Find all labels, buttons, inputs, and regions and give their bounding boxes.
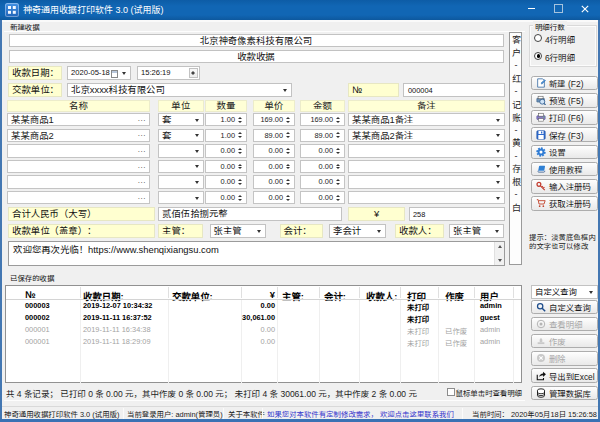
saved-receipts-table[interactable]: № 收款日期: 交款单位: ¥ 主管: 会计: 收款人: 打印 作废 用户 00… [5, 285, 522, 383]
saved-row[interactable]: 000001 2019-11-11 16:34:38 0.00 未打印 已作废 … [6, 325, 521, 336]
item-amount-spin-buttons[interactable] [336, 115, 342, 124]
item-unit-dropdown-arrow-icon[interactable] [195, 150, 199, 153]
sidebar-button-2[interactable]: 打印 (F6) [531, 110, 598, 125]
sidebar-button-1[interactable]: 预览 (F5) [531, 93, 598, 108]
item-unit-dropdown-arrow-icon[interactable] [195, 181, 199, 184]
stamp-label[interactable]: 收款单位（盖章）： [8, 224, 155, 238]
company-input[interactable]: 北京神奇像素科技有限公司 [9, 34, 504, 48]
item-note-combobox[interactable] [348, 191, 505, 204]
item-unit-combobox[interactable] [158, 175, 204, 188]
item-price-spin-buttons[interactable] [286, 115, 292, 124]
saved-header-col-print[interactable]: 打印 [407, 289, 426, 299]
accountant-combobox[interactable]: 李会计 [329, 224, 386, 238]
item-note-dropdown-arrow-icon[interactable] [496, 134, 500, 137]
sidebar-button-0[interactable]: 新建 (F2) [531, 76, 598, 91]
item-price-spinner[interactable]: 89.00 [253, 129, 295, 142]
saved-row[interactable]: 000001 2019-11-11 18:29:09 0.00 未打印 已作废 … [6, 337, 521, 348]
item-unit-combobox[interactable]: 套 [158, 113, 204, 126]
item-price-spinner[interactable]: 169.00 [253, 113, 295, 126]
item-name-input[interactable]: ... [7, 191, 150, 204]
payer-combobox[interactable]: 北京xxxx科技有限公司 [67, 83, 292, 97]
minimize-button[interactable] [518, 0, 544, 20]
item-unit-combobox[interactable] [158, 144, 204, 157]
view-detail-checkbox[interactable] [447, 388, 455, 396]
saved-header-col-date[interactable]: 收款日期: [83, 289, 124, 299]
payee-combobox[interactable]: 张主管 [449, 224, 504, 238]
item-qty-spinner[interactable]: 0.00 [205, 175, 247, 188]
item-unit-combobox[interactable] [158, 160, 204, 173]
item-name-input[interactable]: ... [7, 160, 150, 173]
receipt-no-input[interactable]: 000004 [403, 83, 505, 97]
radio-6-rows[interactable] [534, 52, 542, 60]
item-amount-spin-buttons[interactable] [336, 177, 342, 186]
total-amount-input[interactable]: 258 [409, 207, 505, 221]
query-dropdown-arrow-icon[interactable] [589, 291, 593, 294]
date-dropdown-arrow-icon[interactable] [122, 72, 126, 75]
close-button[interactable] [570, 0, 598, 20]
item-note-combobox[interactable] [348, 160, 505, 173]
receipt-no-label[interactable]: № [348, 83, 399, 97]
item-name-browse-button[interactable]: ... [138, 160, 146, 171]
item-note-combobox[interactable] [348, 144, 505, 157]
item-amount-spinner[interactable]: 0.00 [300, 191, 345, 204]
saved-header-col-payer[interactable]: 交款单位: [172, 289, 213, 299]
item-qty-spinner[interactable]: 0.00 [205, 160, 247, 173]
saved-header-col-accountant[interactable]: 会计: [324, 289, 346, 299]
sidebar-button-4[interactable]: 设置 [531, 145, 598, 160]
query-type-combobox[interactable]: 自定义查询 [531, 285, 598, 299]
manager-label[interactable]: 主管： [158, 224, 203, 238]
item-price-spinner[interactable]: 0.00 [253, 160, 295, 173]
date-picker[interactable]: 2020-05-18 [67, 66, 131, 80]
item-name-browse-button[interactable]: ... [138, 191, 146, 202]
accountant-label[interactable]: 会计： [280, 224, 324, 238]
item-unit-dropdown-arrow-icon[interactable] [195, 165, 199, 168]
manager-combobox[interactable]: 张主管 [210, 224, 266, 238]
item-note-dropdown-arrow-icon[interactable] [496, 165, 500, 168]
item-amount-spinner[interactable]: 0.00 [300, 175, 345, 188]
saved-header-col-user[interactable]: 用户 [480, 289, 499, 299]
item-qty-spinner[interactable]: 1.00 [205, 113, 247, 126]
item-note-dropdown-arrow-icon[interactable] [496, 197, 500, 200]
saved-row[interactable]: 000002 2019-11-11 16:37:52 30,061.00 未打印… [6, 313, 521, 324]
item-unit-combobox[interactable]: 套 [158, 129, 204, 142]
total-words-input[interactable]: 贰佰伍拾捌元整 [158, 207, 342, 221]
item-note-combobox[interactable] [348, 175, 505, 188]
item-note-dropdown-arrow-icon[interactable] [496, 181, 500, 184]
item-price-spin-buttons[interactable] [286, 193, 292, 202]
radio-4-rows[interactable] [534, 34, 542, 42]
view-detail-checkbox-label[interactable]: 鼠标单击时查看明细 [456, 387, 523, 398]
doc-title-input[interactable]: 收款收据 [9, 50, 504, 63]
status-about-link[interactable]: 关于本软件 [228, 408, 265, 419]
item-name-browse-button[interactable]: ... [138, 175, 146, 186]
item-amount-spinner[interactable]: 89.00 [300, 129, 345, 142]
payer-label[interactable]: 交款单位： [8, 83, 62, 97]
sidebar-button-7[interactable]: 获取注册码 [531, 196, 598, 211]
item-name-browse-button[interactable]: ... [138, 113, 146, 124]
item-name-browse-button[interactable]: ... [138, 144, 146, 155]
item-note-dropdown-arrow-icon[interactable] [496, 119, 500, 122]
item-amount-spin-buttons[interactable] [336, 193, 342, 202]
memo-textarea[interactable]: 欢迎您再次光临！https://www.shenqixiangsu.com [8, 241, 505, 266]
item-qty-spin-buttons[interactable] [238, 115, 244, 124]
total-words-label[interactable]: 合计人民币（大写） [8, 207, 155, 221]
item-price-spinner[interactable]: 0.00 [253, 144, 295, 157]
memo-scrollbar[interactable] [494, 242, 504, 265]
item-price-spin-buttons[interactable] [286, 177, 292, 186]
item-qty-spinner[interactable]: 0.00 [205, 144, 247, 157]
action-button-5[interactable]: 管理数据库 [531, 386, 598, 401]
time-spinner[interactable]: 15:26:19 [137, 66, 200, 80]
item-price-spin-buttons[interactable] [286, 131, 292, 140]
payer-dropdown-arrow-icon[interactable] [283, 89, 287, 92]
item-qty-spin-buttons[interactable] [238, 177, 244, 186]
item-amount-spinner[interactable]: 0.00 [300, 144, 345, 157]
saved-header-col-no[interactable]: № [25, 289, 35, 299]
sidebar-button-6[interactable]: 输入注册码 [531, 179, 598, 194]
action-button-1[interactable]: 查看明细 [531, 317, 598, 332]
item-qty-spin-buttons[interactable] [238, 193, 244, 202]
item-price-spin-buttons[interactable] [286, 146, 292, 155]
item-price-spinner[interactable]: 0.00 [253, 175, 295, 188]
item-price-spinner[interactable]: 0.00 [253, 191, 295, 204]
saved-header-col-manager[interactable]: 主管: [282, 289, 304, 299]
item-unit-dropdown-arrow-icon[interactable] [195, 134, 199, 137]
sidebar-button-3[interactable]: 保存 (F3) [531, 127, 598, 142]
